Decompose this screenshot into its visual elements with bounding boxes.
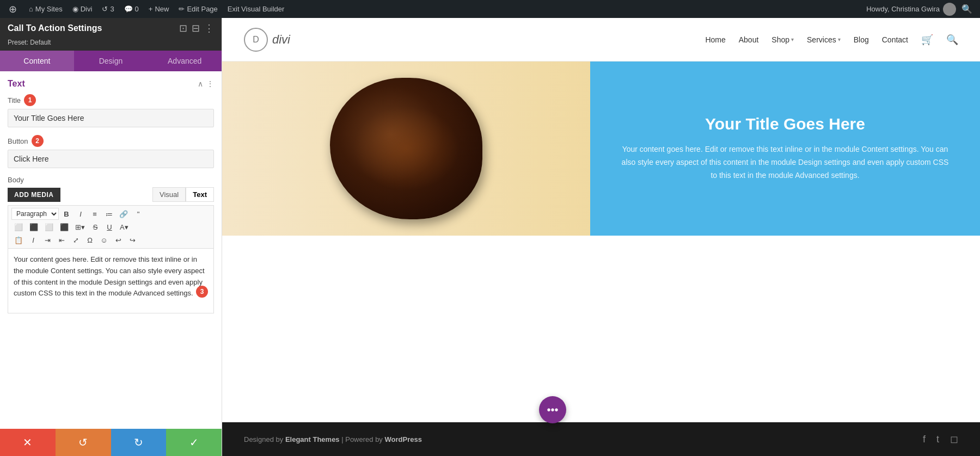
panel-content: Text ∧ ⋮ Title 1 Button 2 bbox=[0, 71, 222, 429]
redo-editor-button[interactable]: ↪ bbox=[126, 235, 139, 246]
menu-item-shop[interactable]: Shop ▾ bbox=[771, 35, 794, 44]
tab-design[interactable]: Design bbox=[74, 51, 148, 71]
italic-button[interactable]: I bbox=[74, 208, 87, 220]
save-button[interactable]: ✓ bbox=[166, 429, 222, 456]
collapse-icon[interactable]: ∧ bbox=[198, 79, 203, 88]
editor-toolbar: Paragraph Heading 1 Heading 2 B I ≡ ≔ 🔗 … bbox=[8, 205, 214, 248]
exit-builder-bar-item[interactable]: Exit Visual Builder bbox=[223, 0, 289, 18]
tab-visual[interactable]: Visual bbox=[152, 187, 186, 202]
site-footer: Designed by Elegant Themes | Powered by … bbox=[222, 422, 980, 456]
undo-button[interactable]: ↺ bbox=[56, 429, 111, 456]
ordered-list-button[interactable]: ≔ bbox=[102, 208, 115, 220]
services-chevron-icon: ▾ bbox=[838, 36, 841, 42]
emoji-button[interactable]: ☺ bbox=[97, 235, 111, 246]
pencil-icon: ✏ bbox=[179, 5, 185, 13]
paste-button[interactable]: 📋 bbox=[11, 235, 26, 246]
format-select[interactable]: Paragraph Heading 1 Heading 2 bbox=[11, 208, 59, 220]
button-input[interactable] bbox=[8, 150, 214, 168]
align-justify-button[interactable]: ⬛ bbox=[57, 221, 71, 233]
search-icon[interactable]: 🔍 bbox=[946, 34, 958, 46]
align-center-button[interactable]: ⬛ bbox=[27, 221, 41, 233]
title-label: Title 1 bbox=[8, 94, 214, 106]
underline-button[interactable]: U bbox=[103, 221, 116, 233]
save-icon: ✓ bbox=[189, 436, 199, 449]
instagram-icon[interactable]: ◻ bbox=[950, 433, 958, 445]
title-field-group: Title 1 bbox=[8, 94, 214, 127]
panel-footer: ✕ ↺ ↻ ✓ bbox=[0, 429, 222, 456]
menu-item-home[interactable]: Home bbox=[705, 35, 725, 44]
hero-section: Your Title Goes Here Your content goes h… bbox=[222, 61, 980, 236]
text-section-title: Text bbox=[8, 79, 25, 89]
footer-credit: Designed by Elegant Themes | Powered by … bbox=[244, 435, 422, 443]
site-navigation: D divi Home About Shop ▾ Services ▾ bbox=[222, 18, 980, 61]
align-left-button[interactable]: ⬜ bbox=[11, 221, 26, 233]
tab-text[interactable]: Text bbox=[186, 187, 214, 202]
redo-icon: ↻ bbox=[134, 436, 143, 449]
my-sites-bar-item[interactable]: ⌂ My Sites bbox=[24, 0, 67, 18]
site-menu: Home About Shop ▾ Services ▾ Blog Contac bbox=[705, 34, 958, 46]
align-right-button[interactable]: ⬜ bbox=[42, 221, 56, 233]
floating-action-button[interactable]: ••• bbox=[539, 396, 566, 423]
section-more-icon[interactable]: ⋮ bbox=[206, 79, 214, 88]
italic2-button[interactable]: I bbox=[27, 235, 40, 246]
facebook-icon[interactable]: f bbox=[923, 434, 926, 445]
revisions-icon: ↺ bbox=[102, 5, 108, 13]
cart-icon[interactable]: 🛒 bbox=[921, 34, 933, 46]
menu-item-contact[interactable]: Contact bbox=[882, 35, 908, 44]
main-layout: Call To Action Settings ⊡ ⊟ ⋮ Preset: De… bbox=[0, 18, 980, 456]
comments-icon: 💬 bbox=[124, 5, 133, 13]
outdent-button[interactable]: ⇤ bbox=[55, 235, 68, 246]
hero-body: Your content goes here. Edit or remove t… bbox=[617, 143, 953, 182]
blockquote-button[interactable]: " bbox=[132, 208, 145, 220]
revisions-bar-item[interactable]: ↺ 3 bbox=[97, 0, 118, 18]
tab-content[interactable]: Content bbox=[0, 51, 74, 71]
divi-bar-item[interactable]: ◉ Divi bbox=[68, 0, 97, 18]
undo-icon: ↺ bbox=[78, 436, 88, 449]
fullscreen-button[interactable]: ⤢ bbox=[69, 235, 82, 246]
editor-body[interactable]: Your content goes here. Edit or remove t… bbox=[8, 248, 214, 313]
more-options-icon[interactable]: ⋮ bbox=[204, 23, 214, 33]
settings-panel: Call To Action Settings ⊡ ⊟ ⋮ Preset: De… bbox=[0, 18, 222, 456]
search-bar-icon[interactable]: 🔍 bbox=[958, 4, 976, 14]
menu-item-services[interactable]: Services ▾ bbox=[807, 35, 841, 44]
preset-label[interactable]: Preset: Default bbox=[8, 39, 51, 46]
table-button[interactable]: ⊞▾ bbox=[72, 221, 88, 233]
text-color-button[interactable]: A▾ bbox=[117, 221, 131, 233]
avatar bbox=[943, 3, 956, 16]
title-input[interactable] bbox=[8, 109, 214, 127]
panel-header: Call To Action Settings ⊡ ⊟ ⋮ bbox=[0, 18, 222, 39]
strikethrough-button[interactable]: S bbox=[89, 221, 102, 233]
panel-title: Call To Action Settings bbox=[8, 23, 102, 33]
twitter-icon[interactable]: t bbox=[936, 434, 939, 445]
new-bar-item[interactable]: + New bbox=[144, 0, 174, 18]
hero-left bbox=[222, 61, 590, 236]
comments-bar-item[interactable]: 💬 0 bbox=[120, 0, 143, 18]
wp-logo-bar-item[interactable]: ⊕ bbox=[4, 0, 23, 18]
special-char-button[interactable]: Ω bbox=[83, 235, 96, 246]
link-button[interactable]: 🔗 bbox=[117, 208, 131, 220]
indent-button[interactable]: ⇥ bbox=[41, 235, 54, 246]
menu-item-blog[interactable]: Blog bbox=[854, 35, 869, 44]
unordered-list-button[interactable]: ≡ bbox=[88, 208, 101, 220]
bold-button[interactable]: B bbox=[60, 208, 73, 220]
panel-header-actions: ⊡ ⊟ ⋮ bbox=[179, 23, 214, 33]
cancel-button[interactable]: ✕ bbox=[0, 429, 56, 456]
admin-bar-right: Howdy, Christina Gwira 🔍 bbox=[866, 3, 976, 16]
bread-image bbox=[330, 78, 482, 219]
redo-button[interactable]: ↻ bbox=[111, 429, 167, 456]
resize-icon[interactable]: ⊡ bbox=[179, 23, 187, 33]
columns-icon[interactable]: ⊟ bbox=[192, 23, 200, 33]
menu-item-about[interactable]: About bbox=[739, 35, 759, 44]
body-field-group: Body ADD MEDIA Visual Text Paragraph Hea… bbox=[8, 176, 214, 313]
section-actions: ∧ ⋮ bbox=[198, 79, 214, 88]
edit-page-bar-item[interactable]: ✏ Edit Page bbox=[174, 0, 222, 18]
tab-advanced[interactable]: Advanced bbox=[148, 51, 222, 71]
preset-bar: Preset: Default bbox=[0, 39, 222, 51]
wp-logo-icon: ⊕ bbox=[9, 3, 17, 15]
hero-right: Your Title Goes Here Your content goes h… bbox=[590, 61, 980, 236]
text-section-header: Text ∧ ⋮ bbox=[8, 79, 214, 89]
undo-editor-button[interactable]: ↩ bbox=[112, 235, 125, 246]
add-media-button[interactable]: ADD MEDIA bbox=[8, 188, 60, 202]
button-field-group: Button 2 bbox=[8, 135, 214, 168]
hero-title: Your Title Goes Here bbox=[705, 115, 865, 133]
